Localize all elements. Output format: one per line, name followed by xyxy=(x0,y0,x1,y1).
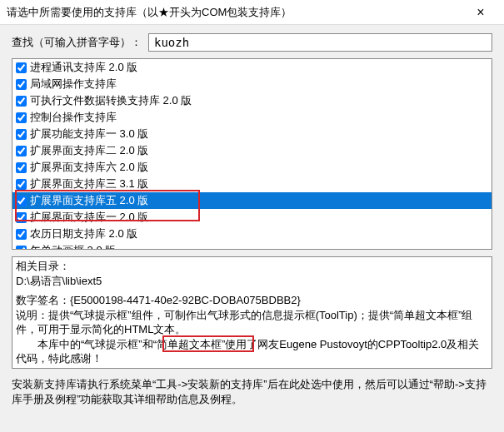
list-item-checkbox[interactable] xyxy=(16,129,27,140)
desc-related-dir-value: D:\易语言\lib\iext5 xyxy=(16,275,102,287)
close-icon: × xyxy=(477,5,484,20)
list-item-label: 扩展界面支持库六 2.0 版 xyxy=(30,160,148,175)
list-item[interactable]: 午单动画框 2.0 版 xyxy=(12,242,492,249)
list-item-label: 农历日期支持库 2.0 版 xyxy=(30,226,137,241)
desc-explain-1: 说明：提供“气球提示框”组件，可制作出气球形式的信息提示框(ToolTip)；提… xyxy=(16,308,488,337)
list-item[interactable]: 扩展界面支持库三 3.1 版 xyxy=(12,176,492,192)
desc-related-dir: 相关目录： D:\易语言\lib\iext5 xyxy=(16,259,488,288)
close-button[interactable]: × xyxy=(464,1,497,24)
list-item[interactable]: 可执行文件数据转换支持库 2.0 版 xyxy=(12,92,492,109)
list-item-checkbox[interactable] xyxy=(16,196,27,206)
titlebar: 请选中所需要使用的支持库（以★开头为COM包装支持库） × xyxy=(0,0,504,25)
desc-signature-value: {E5000198-4471-40e2-92BC-DOBA075BDBB2} xyxy=(70,294,301,306)
list-item-label: 扩展界面支持库三 3.1 版 xyxy=(30,176,148,191)
list-item-label: 控制台操作支持库 xyxy=(30,110,117,125)
list-item-label: 进程通讯支持库 2.0 版 xyxy=(30,60,137,75)
list-item[interactable]: 农历日期支持库 2.0 版 xyxy=(12,226,492,242)
list-item-checkbox[interactable] xyxy=(16,112,27,123)
list-item-checkbox[interactable] xyxy=(16,146,27,156)
search-label: 查找（可输入拼音字母）： xyxy=(12,35,142,50)
list-item-label: 扩展界面支持库五 2.0 版 xyxy=(30,193,148,208)
library-list-container: 进程通讯支持库 2.0 版局域网操作支持库可执行文件数据转换支持库 2.0 版控… xyxy=(12,58,492,250)
desc-stats: 提供了2种数据类型，60种命令，0个常量。 xyxy=(16,366,488,369)
list-item-checkbox[interactable] xyxy=(16,79,27,90)
list-item[interactable]: 扩展界面支持库六 2.0 版 xyxy=(12,159,492,176)
list-item-label: 局域网操作支持库 xyxy=(30,77,117,92)
list-item[interactable]: 扩展界面支持库二 2.0 版 xyxy=(12,142,492,159)
list-item[interactable]: 扩展功能支持库一 3.0 版 xyxy=(12,126,492,142)
desc-signature: 数字签名：{E5000198-4471-40e2-92BC-DOBA075BDB… xyxy=(16,293,488,308)
footer-instructions: 安装新支持库请执行系统菜单“工具->安装新的支持库”后在此处选中使用，然后可以通… xyxy=(12,377,492,407)
list-item[interactable]: 扩展界面支持库一 2.0 版 xyxy=(12,209,492,226)
list-item-label: 可执行文件数据转换支持库 2.0 版 xyxy=(30,93,192,108)
description-panel[interactable]: 相关目录： D:\易语言\lib\iext5 数字签名：{E5000198-44… xyxy=(12,256,492,369)
list-item-label: 午单动画框 2.0 版 xyxy=(30,243,116,249)
list-item-label: 扩展功能支持库一 3.0 版 xyxy=(30,127,148,142)
list-item-checkbox[interactable] xyxy=(16,62,27,73)
list-item-checkbox[interactable] xyxy=(16,96,27,107)
desc-highlight-text: “简单超文本框” xyxy=(153,338,226,350)
desc-explain-2a: 本库中的“气球提示框”和 xyxy=(16,338,153,350)
titlebar-text: 请选中所需要使用的支持库（以★开头为COM包装支持库） xyxy=(7,5,464,20)
list-item-label: 扩展界面支持库二 2.0 版 xyxy=(30,143,148,158)
list-item-checkbox[interactable] xyxy=(16,246,27,250)
list-item-checkbox[interactable] xyxy=(16,229,27,240)
list-item[interactable]: 局域网操作支持库 xyxy=(12,76,492,92)
list-item[interactable]: 进程通讯支持库 2.0 版 xyxy=(12,59,492,76)
search-input[interactable] xyxy=(148,33,492,52)
desc-related-dir-label: 相关目录： xyxy=(16,260,70,272)
desc-signature-label: 数字签名： xyxy=(16,294,70,306)
list-item-checkbox[interactable] xyxy=(16,179,27,190)
list-item[interactable]: 扩展界面支持库五 2.0 版 xyxy=(12,192,492,209)
library-list[interactable]: 进程通讯支持库 2.0 版局域网操作支持库可执行文件数据转换支持库 2.0 版控… xyxy=(12,59,492,249)
list-item-checkbox[interactable] xyxy=(16,162,27,173)
search-row: 查找（可输入拼音字母）： xyxy=(0,25,504,58)
list-item[interactable]: 控制台操作支持库 xyxy=(12,109,492,126)
list-item-label: 扩展界面支持库一 2.0 版 xyxy=(30,210,148,225)
desc-explain-2: 本库中的“气球提示框”和“简单超文本框”使用了网友Eugene Pustovoy… xyxy=(16,337,488,366)
list-item-checkbox[interactable] xyxy=(16,212,27,223)
